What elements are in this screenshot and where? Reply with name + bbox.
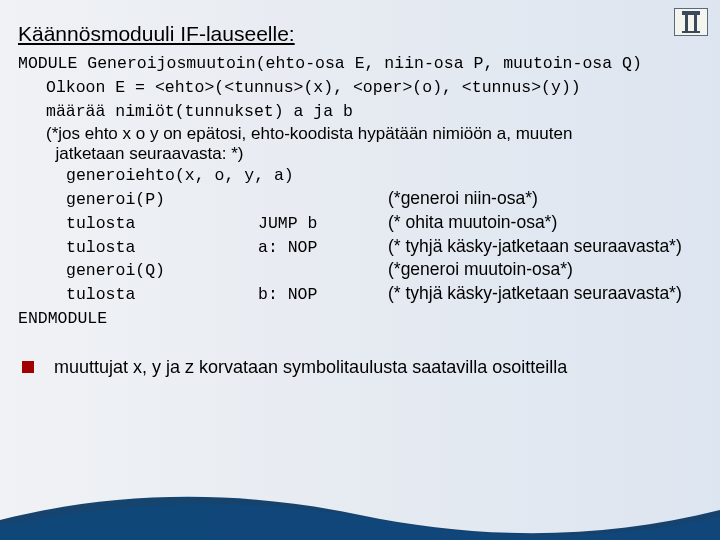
row-code: generoi(Q) [66, 259, 258, 283]
row-comment: (* tyhjä käsky-jatketaan seuraavasta*) [388, 236, 702, 260]
row-instr [258, 188, 388, 212]
row-comment: (* tyhjä käsky-jatketaan seuraavasta*) [388, 283, 702, 307]
footer-wave-icon [0, 480, 720, 540]
code-row: generoi(P) (*generoi niin-osa*) [66, 188, 702, 212]
code-rows: generoi(P) (*generoi niin-osa*) tulosta … [18, 188, 702, 308]
code-row: tulosta JUMP b (* ohita muutoin-osa*) [66, 212, 702, 236]
institution-logo-icon [674, 8, 708, 36]
generoiehto-line: generoiehto(x, o, y, a) [18, 164, 702, 188]
bullet-item: muuttujat x, y ja z korvataan symbolitau… [18, 357, 702, 378]
code-row: generoi(Q) (*generoi muutoin-osa*) [66, 259, 702, 283]
row-code: tulosta [66, 283, 258, 307]
code-row: tulosta a: NOP (* tyhjä käsky-jatketaan … [66, 236, 702, 260]
slide-title: Käännösmoduuli IF-lauseelle: [18, 22, 702, 46]
row-comment: (* ohita muutoin-osa*) [388, 212, 702, 236]
row-instr [258, 259, 388, 283]
row-code: tulosta [66, 236, 258, 260]
olkoon-line: Olkoon E = <ehto>(<tunnus>(x), <oper>(o)… [18, 76, 702, 100]
row-instr: b: NOP [258, 283, 388, 307]
row-code: generoi(P) [66, 188, 258, 212]
bullet-text: muuttujat x, y ja z korvataan symbolitau… [54, 357, 567, 378]
row-code: tulosta [66, 212, 258, 236]
maaraa-line: määrää nimiöt(tunnukset) a ja b [18, 100, 702, 124]
row-comment: (*generoi muutoin-osa*) [388, 259, 702, 283]
row-instr: a: NOP [258, 236, 388, 260]
module-header-line: MODULE Generoijosmuutoin(ehto-osa E, nii… [18, 52, 702, 76]
square-bullet-icon [22, 361, 34, 373]
row-instr: JUMP b [258, 212, 388, 236]
star-note: (*jos ehto x o y on epätosi, ehto-koodis… [18, 124, 702, 164]
slide-content: Käännösmoduuli IF-lauseelle: MODULE Gene… [0, 0, 720, 378]
endmodule-line: ENDMODULE [18, 307, 702, 331]
code-row: tulosta b: NOP (* tyhjä käsky-jatketaan … [66, 283, 702, 307]
row-comment: (*generoi niin-osa*) [388, 188, 702, 212]
